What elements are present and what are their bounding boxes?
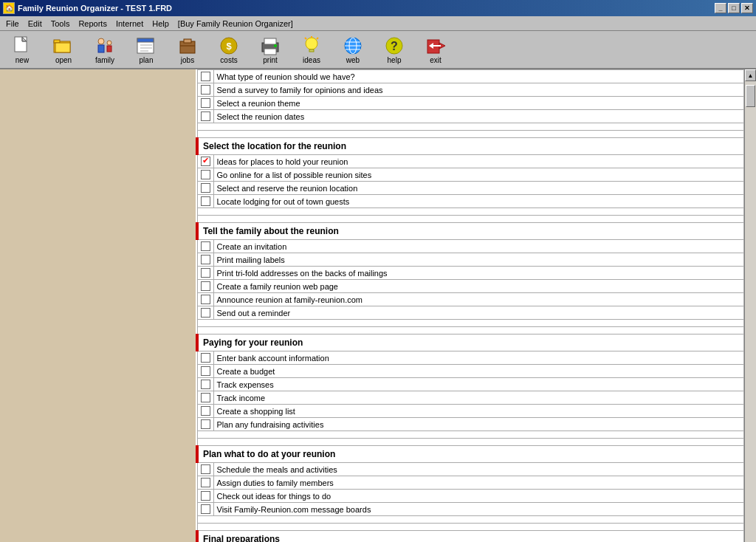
scroll-up-button[interactable]: ▲ [745, 69, 756, 81]
section-plan-activities: Plan what to do at your reunion [197, 446, 744, 463]
section-final-prep: Final preparations [197, 531, 744, 543]
list-item: Send a survey to family for opinions and… [197, 83, 744, 97]
list-item: Create an invitation [197, 240, 744, 253]
menu-tools[interactable]: Tools [47, 18, 75, 30]
svg-rect-6 [55, 43, 70, 52]
jobs-button[interactable]: jobs [168, 33, 207, 66]
checkbox[interactable] [201, 478, 210, 487]
list-item: Enter bank account information [197, 351, 744, 365]
checkbox[interactable] [201, 353, 210, 363]
new-label: new [16, 56, 29, 64]
checkbox[interactable] [201, 268, 210, 278]
list-item: Print tri-fold addresses on the backs of… [197, 267, 744, 280]
list-item: Select the reunion dates [197, 110, 744, 123]
exit-button[interactable]: exit [416, 33, 455, 66]
svg-point-7 [98, 38, 104, 44]
exit-label: exit [430, 56, 441, 64]
checkbox[interactable] [201, 98, 210, 108]
menu-reports[interactable]: Reports [74, 18, 111, 30]
content-panel: What type of reunion should we have? Sen… [196, 69, 744, 542]
checkbox[interactable] [201, 419, 210, 429]
checkbox[interactable] [201, 112, 210, 121]
checkbox[interactable] [201, 196, 210, 206]
list-item: Create a shopping list [197, 405, 744, 418]
svg-rect-8 [98, 45, 104, 52]
svg-rect-26 [309, 49, 314, 52]
maximize-button[interactable]: □ [728, 3, 740, 13]
menu-bar: File Edit Tools Reports Internet Help [B… [0, 16, 756, 31]
checkbox[interactable] [201, 366, 210, 376]
checkbox[interactable] [201, 393, 210, 402]
checkbox[interactable] [201, 308, 210, 318]
checklist-scroll-area[interactable]: What type of reunion should we have? Sen… [196, 69, 744, 542]
left-sidebar [0, 69, 196, 542]
checkbox[interactable] [201, 295, 210, 304]
scroll-thumb[interactable] [746, 85, 755, 107]
menu-edit[interactable]: Edit [24, 18, 47, 30]
list-item: What type of reunion should we have? [197, 70, 744, 83]
help-button[interactable]: ? help [375, 33, 413, 66]
costs-button[interactable]: $ costs [210, 33, 248, 66]
svg-rect-22 [264, 38, 276, 44]
new-button[interactable]: new [3, 33, 41, 66]
jobs-label: jobs [181, 56, 194, 64]
window-title: Family Reunion Organizer - TEST 1.FRD [18, 4, 172, 13]
plan-button[interactable]: plan [127, 33, 165, 66]
list-item: Ideas for places to hold your reunion [197, 155, 744, 168]
svg-text:$: $ [226, 41, 232, 52]
open-button[interactable]: open [44, 33, 83, 66]
checkbox[interactable] [201, 170, 210, 179]
print-button[interactable]: print [251, 33, 289, 66]
menu-internet[interactable]: Internet [111, 18, 148, 30]
menu-file[interactable]: File [1, 18, 24, 30]
list-item: Visit Family-Reunion.com message boards [197, 503, 744, 516]
vertical-scrollbar[interactable]: ▲ ▼ [744, 69, 756, 542]
checkbox[interactable] [201, 281, 210, 291]
list-item: Select a reunion theme [197, 97, 744, 110]
list-item: Create a family reunion web page [197, 280, 744, 293]
web-button[interactable]: web [334, 33, 372, 66]
checkbox[interactable] [201, 255, 210, 264]
scroll-track[interactable] [745, 81, 756, 542]
svg-rect-23 [264, 49, 276, 55]
svg-rect-17 [184, 39, 191, 43]
checkbox[interactable] [201, 241, 210, 251]
title-bar: 🏠 Family Reunion Organizer - TEST 1.FRD … [0, 0, 756, 16]
checklist-table: What type of reunion should we have? Sen… [196, 69, 744, 542]
checkbox[interactable] [201, 85, 210, 95]
list-item: Schedule the meals and activities [197, 463, 744, 476]
checkbox[interactable] [201, 380, 210, 389]
menu-help[interactable]: Help [148, 18, 173, 30]
toolbar: new open family [0, 31, 756, 69]
window-controls: _ □ ✕ [715, 3, 753, 13]
main-area: What type of reunion should we have? Sen… [0, 69, 756, 542]
family-button[interactable]: family [86, 33, 124, 66]
checkbox[interactable] [201, 491, 210, 501]
checkbox[interactable] [201, 183, 210, 193]
web-label: web [346, 56, 360, 64]
section-select-location: Select the location for the reunion [197, 138, 744, 155]
list-item: Plan any fundraising activities [197, 418, 744, 431]
list-item: Track income [197, 391, 744, 405]
checkbox[interactable] [201, 504, 210, 514]
ideas-button[interactable]: ideas [292, 33, 331, 66]
section-paying: Paying for your reunion [197, 335, 744, 351]
list-item: Send out a reminder [197, 306, 744, 320]
checkbox[interactable] [201, 406, 210, 416]
checkbox[interactable] [201, 464, 210, 474]
svg-point-9 [107, 41, 111, 45]
list-item: Create a budget [197, 365, 744, 378]
svg-line-29 [305, 38, 306, 39]
menu-buy[interactable]: [Buy Family Reunion Organizer] [173, 18, 298, 30]
open-label: open [55, 56, 72, 64]
svg-rect-5 [54, 40, 60, 43]
ideas-label: ideas [303, 56, 320, 64]
minimize-button[interactable]: _ [715, 3, 726, 13]
checkbox[interactable] [201, 72, 210, 81]
list-item: Locate lodging for out of town guests [197, 195, 744, 208]
list-item: Go online for a list of possible reunion… [197, 168, 744, 182]
svg-line-28 [317, 38, 318, 39]
checkbox-checked[interactable] [201, 157, 210, 166]
svg-text:?: ? [391, 40, 398, 52]
close-button[interactable]: ✕ [741, 3, 753, 13]
